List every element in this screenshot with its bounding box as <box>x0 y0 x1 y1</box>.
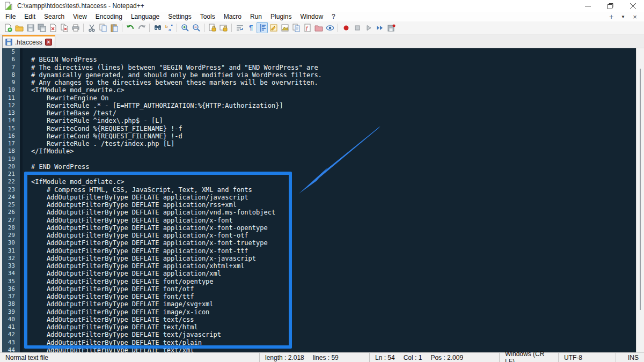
document-map-icon[interactable] <box>279 22 290 33</box>
menu-item[interactable]: File <box>1 12 20 21</box>
scrollbar-thumb[interactable] <box>640 69 641 310</box>
code-text[interactable]: RewriteEngine On <box>23 94 636 102</box>
line-number[interactable]: 39 <box>2 308 23 316</box>
code-text[interactable]: RewriteRule .* - [E=HTTP_AUTHORIZATION:%… <box>23 102 636 109</box>
undo-icon[interactable] <box>125 22 136 33</box>
line-number[interactable]: 43 <box>2 339 23 346</box>
menu-item[interactable]: View <box>69 12 91 21</box>
line-number[interactable]: 8 <box>2 71 23 79</box>
redo-icon[interactable] <box>136 22 147 33</box>
replace-icon[interactable]: ba <box>163 22 174 33</box>
code-text[interactable]: # Any changes to the directives between … <box>23 79 636 86</box>
document-list-icon[interactable] <box>290 22 302 33</box>
zoom-in-icon[interactable] <box>179 22 191 33</box>
folder-as-workspace-icon[interactable] <box>313 22 324 33</box>
copy-icon[interactable] <box>97 22 108 33</box>
line-number[interactable]: 22 <box>2 178 23 186</box>
macro-record-icon[interactable] <box>340 22 352 33</box>
line-number[interactable]: 19 <box>2 156 23 163</box>
menu-item[interactable]: Search <box>40 12 69 21</box>
menu-item[interactable]: Run <box>246 12 266 21</box>
line-number[interactable]: 25 <box>2 201 23 209</box>
menu-item[interactable]: Plugins <box>266 12 296 21</box>
code-text[interactable]: <IfModule mod_rewrite.c> <box>23 86 636 94</box>
macro-play-icon[interactable] <box>363 22 374 33</box>
line-number[interactable]: 20 <box>2 163 23 171</box>
menu-item[interactable]: Encoding <box>91 12 127 21</box>
line-number[interactable]: 9 <box>2 79 23 86</box>
line-number[interactable]: 24 <box>2 194 23 201</box>
print-icon[interactable] <box>70 22 81 33</box>
line-number[interactable]: 14 <box>2 117 23 124</box>
status-encoding[interactable]: UTF-8 <box>558 353 616 362</box>
line-number[interactable]: 17 <box>2 140 23 147</box>
code-text[interactable]: # The directives (lines) between "BEGIN … <box>23 64 636 71</box>
save-icon[interactable] <box>25 22 36 33</box>
menu-item[interactable]: Window <box>296 12 327 21</box>
line-number[interactable]: 42 <box>2 331 23 338</box>
status-eol-format[interactable]: Windows (CR LF) <box>499 353 558 362</box>
close-window-button[interactable] <box>621 0 644 12</box>
status-insert-mode[interactable]: INS <box>616 353 644 362</box>
line-number[interactable]: 31 <box>2 247 23 255</box>
new-file-icon[interactable] <box>2 22 13 33</box>
vertical-scrollbar[interactable] <box>636 48 644 352</box>
tab-htaccess[interactable]: .htaccess × <box>2 35 55 48</box>
save-all-icon[interactable] <box>36 22 47 33</box>
line-number[interactable]: 16 <box>2 132 23 140</box>
line-number[interactable]: 41 <box>2 323 23 331</box>
line-number[interactable]: 12 <box>2 102 23 109</box>
menu-item[interactable]: Macro <box>219 12 246 21</box>
line-number[interactable]: 7 <box>2 64 23 71</box>
line-number[interactable]: 6 <box>2 56 23 63</box>
code-text[interactable]: # BEGIN WordPress <box>23 56 636 63</box>
menu-item[interactable]: Language <box>127 12 164 21</box>
line-number[interactable]: 33 <box>2 262 23 270</box>
user-defined-dialog-icon[interactable] <box>268 22 279 33</box>
zoom-out-icon[interactable] <box>191 22 202 33</box>
menu-item[interactable]: Settings <box>164 12 195 21</box>
indent-guide-icon[interactable] <box>257 22 268 33</box>
restore-button[interactable] <box>599 0 621 12</box>
line-number[interactable]: 29 <box>2 232 23 239</box>
line-number[interactable]: 13 <box>2 109 23 117</box>
show-all-characters-icon[interactable]: ¶ <box>245 22 257 33</box>
monitoring-icon[interactable] <box>324 22 335 33</box>
macro-save-icon[interactable] <box>385 22 397 33</box>
close-all-icon[interactable] <box>58 22 70 33</box>
code-text[interactable] <box>23 48 636 56</box>
line-number[interactable]: 44 <box>2 346 23 352</box>
status-cursor-position[interactable]: Ln : 54 Col : 1 Pos : 2.009 <box>369 353 499 362</box>
line-number[interactable]: 26 <box>2 209 23 216</box>
code-text[interactable]: # dynamically generated, and should only… <box>23 71 636 79</box>
code-text[interactable]: RewriteBase /test/ <box>23 109 636 117</box>
line-number[interactable]: 10 <box>2 86 23 94</box>
menu-item[interactable]: Edit <box>20 12 40 21</box>
macro-stop-icon[interactable] <box>352 22 363 33</box>
line-number[interactable]: 21 <box>2 171 23 178</box>
line-number[interactable]: 11 <box>2 94 23 102</box>
line-number[interactable]: 5 <box>2 48 23 56</box>
line-number[interactable]: 28 <box>2 224 23 232</box>
find-icon[interactable] <box>152 22 163 33</box>
line-number[interactable]: 15 <box>2 125 23 132</box>
open-folder-icon[interactable] <box>13 22 25 33</box>
close-tab-icon[interactable]: × <box>630 13 640 21</box>
menu-item[interactable]: ? <box>327 12 340 21</box>
paste-icon[interactable] <box>108 22 120 33</box>
line-number[interactable]: 23 <box>2 186 23 194</box>
line-number[interactable]: 35 <box>2 278 23 285</box>
word-wrap-icon[interactable] <box>234 22 245 33</box>
function-list-icon[interactable]: f <box>302 22 313 33</box>
cut-icon[interactable] <box>86 22 97 33</box>
sync-scroll-vertical-icon[interactable] <box>207 22 218 33</box>
line-number[interactable]: 34 <box>2 270 23 277</box>
tab-close-icon[interactable]: × <box>45 39 52 46</box>
minimize-button[interactable] <box>576 0 599 12</box>
line-number[interactable]: 30 <box>2 239 23 247</box>
line-number[interactable]: 27 <box>2 217 23 224</box>
sync-scroll-horizontal-icon[interactable] <box>218 22 229 33</box>
line-number[interactable]: 38 <box>2 300 23 308</box>
close-file-icon[interactable] <box>47 22 58 33</box>
new-tab-icon[interactable]: + <box>606 12 616 21</box>
